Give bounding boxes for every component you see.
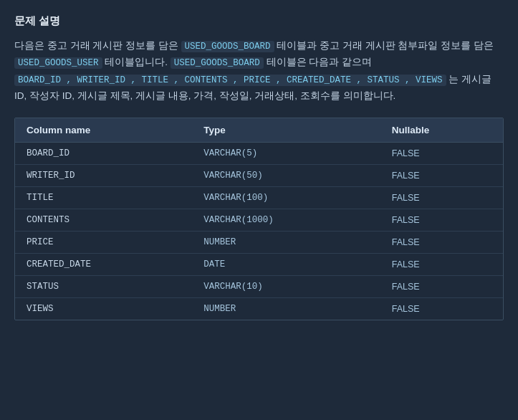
cell-type: VARCHAR(5)	[192, 142, 380, 164]
cell-nullable: FALSE	[380, 164, 503, 186]
desc-part4: 테이블은 다음과 같으며	[267, 57, 373, 67]
table-row: TITLEVARCHAR(100)FALSE	[15, 186, 503, 209]
cell-nullable: FALSE	[380, 297, 503, 320]
cell-nullable: FALSE	[380, 142, 503, 164]
table-row: CREATED_DATEDATEFALSE	[15, 253, 503, 275]
cell-column-name: STATUS	[15, 275, 192, 297]
desc-part3: 테이블입니다.	[105, 57, 168, 67]
cell-nullable: FALSE	[380, 231, 503, 253]
desc-columns: BOARD_ID , WRITER_ID , TITLE , CONTENTS …	[14, 75, 446, 86]
desc-table2: USED_GOODS_USER	[14, 57, 102, 69]
cell-nullable: FALSE	[380, 253, 503, 275]
desc-part1: 다음은 중고 거래 게시판 정보를 담은	[14, 40, 178, 51]
table-row: STATUSVARCHAR(10)FALSE	[15, 275, 503, 297]
cell-column-name: VIEWS	[15, 297, 192, 320]
cell-type: VARCHAR(1000)	[192, 209, 380, 231]
table-header-row: Column name Type Nullable	[15, 118, 503, 143]
cell-type: VARCHAR(100)	[192, 186, 380, 209]
section-title: 문제 설명	[14, 14, 504, 28]
cell-nullable: FALSE	[380, 209, 503, 231]
col-header-type: Type	[192, 118, 380, 143]
cell-type: NUMBER	[192, 231, 380, 253]
cell-type: DATE	[192, 253, 380, 275]
description: 다음은 중고 거래 게시판 정보를 담은 USED_GOODS_BOARD 테이…	[14, 38, 504, 105]
table-row: BOARD_IDVARCHAR(5)FALSE	[15, 142, 503, 164]
table-container: Column name Type Nullable BOARD_IDVARCHA…	[14, 118, 504, 320]
desc-table1: USED_GOODS_BOARD	[181, 41, 274, 52]
table-row: VIEWSNUMBERFALSE	[15, 297, 503, 320]
desc-part2: 테이블과 중고 거래 게시판 첨부파일 정보를 담은	[277, 40, 494, 51]
cell-column-name: TITLE	[15, 186, 192, 209]
cell-column-name: CONTENTS	[15, 209, 192, 231]
table-row: PRICENUMBERFALSE	[15, 231, 503, 253]
cell-nullable: FALSE	[380, 275, 503, 297]
cell-column-name: CREATED_DATE	[15, 253, 192, 275]
col-header-nullable: Nullable	[380, 118, 503, 143]
cell-type: VARCHAR(10)	[192, 275, 380, 297]
cell-column-name: PRICE	[15, 231, 192, 253]
cell-column-name: WRITER_ID	[15, 164, 192, 186]
cell-column-name: BOARD_ID	[15, 142, 192, 164]
col-header-name: Column name	[15, 118, 192, 143]
table-row: CONTENTSVARCHAR(1000)FALSE	[15, 209, 503, 231]
desc-table3: USED_GOODS_BOARD	[171, 57, 264, 69]
table-row: WRITER_IDVARCHAR(50)FALSE	[15, 164, 503, 186]
cell-nullable: FALSE	[380, 186, 503, 209]
schema-table: Column name Type Nullable BOARD_IDVARCHA…	[15, 118, 503, 320]
cell-type: VARCHAR(50)	[192, 164, 380, 186]
cell-type: NUMBER	[192, 297, 380, 320]
